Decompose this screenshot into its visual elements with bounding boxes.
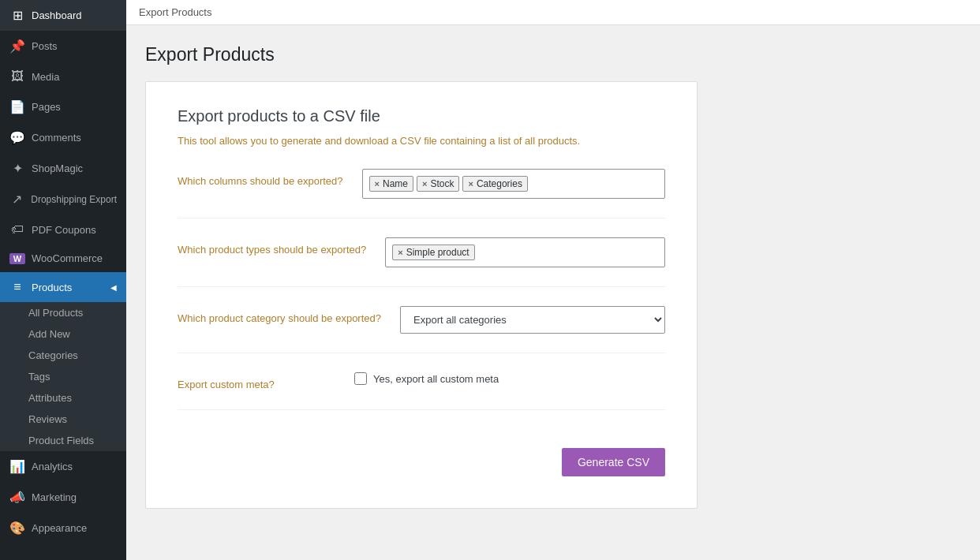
columns-label: Which columns should be exported? — [178, 169, 343, 187]
sidebar-item-dropshipping[interactable]: ↗ Dropshipping Export — [0, 184, 126, 215]
tag-stock[interactable]: × Stock — [417, 176, 459, 192]
pdf-coupons-icon: 🏷 — [9, 222, 25, 237]
sidebar-item-marketing[interactable]: 📣 Marketing — [0, 482, 126, 513]
sidebar-item-pdf-coupons[interactable]: 🏷 PDF Coupons — [0, 215, 126, 245]
sidebar-item-comments[interactable]: 💬 Comments — [0, 122, 126, 153]
sidebar: ⊞ Dashboard 📌 Posts 🖼 Media 📄 Pages 💬 Co… — [0, 0, 126, 560]
products-icon: ≡ — [9, 280, 25, 294]
columns-row: Which columns should be exported? × Name… — [178, 169, 665, 218]
dropshipping-icon: ↗ — [9, 192, 24, 207]
posts-icon: 📌 — [9, 39, 25, 54]
product-types-row: Which product types should be exported? … — [178, 237, 665, 287]
sidebar-item-posts[interactable]: 📌 Posts — [0, 31, 126, 62]
category-row: Which product category should be exporte… — [178, 306, 665, 353]
shopmagic-icon: ✦ — [9, 161, 25, 176]
tag-name[interactable]: × Name — [369, 176, 413, 192]
sidebar-item-pages[interactable]: 📄 Pages — [0, 91, 126, 122]
submenu-categories[interactable]: Categories — [0, 345, 126, 366]
custom-meta-row: Export custom meta? Yes, export all cust… — [178, 372, 665, 410]
analytics-icon: 📊 — [9, 459, 25, 474]
sidebar-item-media[interactable]: 🖼 Media — [0, 62, 126, 91]
generate-csv-button[interactable]: Generate CSV — [562, 448, 665, 476]
pages-icon: 📄 — [9, 99, 25, 114]
button-row: Generate CSV — [178, 429, 665, 476]
media-icon: 🖼 — [9, 69, 25, 84]
custom-meta-checkbox-label[interactable]: Yes, export all custom meta — [373, 373, 499, 385]
submenu-add-new[interactable]: Add New — [0, 323, 126, 345]
product-types-tags-input[interactable]: × Simple product — [385, 237, 665, 267]
submenu-all-products[interactable]: All Products — [0, 302, 126, 323]
remove-categories-icon[interactable]: × — [468, 179, 473, 189]
submenu-reviews[interactable]: Reviews — [0, 409, 126, 430]
comments-icon: 💬 — [9, 130, 25, 145]
product-types-control[interactable]: × Simple product — [385, 237, 665, 267]
sidebar-item-analytics[interactable]: 📊 Analytics — [0, 451, 126, 482]
sidebar-item-products[interactable]: ≡ Products ◀ — [0, 272, 126, 302]
sidebar-item-woocommerce[interactable]: W WooCommerce — [0, 245, 126, 272]
sidebar-item-appearance[interactable]: 🎨 Appearance — [0, 513, 126, 543]
custom-meta-checkbox-row: Yes, export all custom meta — [354, 372, 665, 385]
custom-meta-checkbox[interactable] — [354, 372, 367, 385]
custom-meta-control: Yes, export all custom meta — [354, 372, 665, 385]
submenu-tags[interactable]: Tags — [0, 366, 126, 387]
category-label: Which product category should be exporte… — [178, 306, 381, 324]
card-title: Export products to a CSV file — [178, 107, 665, 125]
product-types-label: Which product types should be exported? — [178, 237, 366, 256]
woocommerce-icon: W — [9, 253, 25, 264]
category-control[interactable]: Export all categories — [400, 306, 665, 334]
page-title: Export Products — [145, 44, 961, 65]
remove-simple-product-icon[interactable]: × — [398, 248, 402, 257]
category-select[interactable]: Export all categories — [400, 306, 665, 334]
custom-meta-label: Export custom meta? — [178, 372, 335, 390]
card-description: This tool allows you to generate and dow… — [178, 135, 665, 147]
active-indicator: ◀ — [110, 283, 117, 292]
sidebar-item-shopmagic[interactable]: ✦ ShopMagic — [0, 153, 126, 184]
submenu-product-fields[interactable]: Product Fields — [0, 430, 126, 451]
remove-stock-icon[interactable]: × — [422, 179, 427, 189]
remove-name-icon[interactable]: × — [375, 179, 380, 189]
columns-tags-input[interactable]: × Name × Stock × Categories — [362, 169, 665, 199]
marketing-icon: 📣 — [9, 490, 25, 505]
export-card: Export products to a CSV file This tool … — [145, 81, 698, 509]
dashboard-icon: ⊞ — [9, 8, 25, 23]
appearance-icon: 🎨 — [9, 521, 25, 536]
tag-categories[interactable]: × Categories — [462, 176, 527, 192]
submenu-attributes[interactable]: Attributes — [0, 387, 126, 409]
tag-simple-product[interactable]: × Simple product — [392, 245, 474, 260]
columns-control[interactable]: × Name × Stock × Categories — [362, 169, 665, 199]
sidebar-item-dashboard[interactable]: ⊞ Dashboard — [0, 0, 126, 31]
main-content: Export Products Export Products Export p… — [126, 0, 980, 560]
products-submenu: All Products Add New Categories Tags Att… — [0, 302, 126, 451]
content-area: Export Products Export products to a CSV… — [126, 25, 980, 560]
breadcrumb: Export Products — [126, 0, 980, 25]
